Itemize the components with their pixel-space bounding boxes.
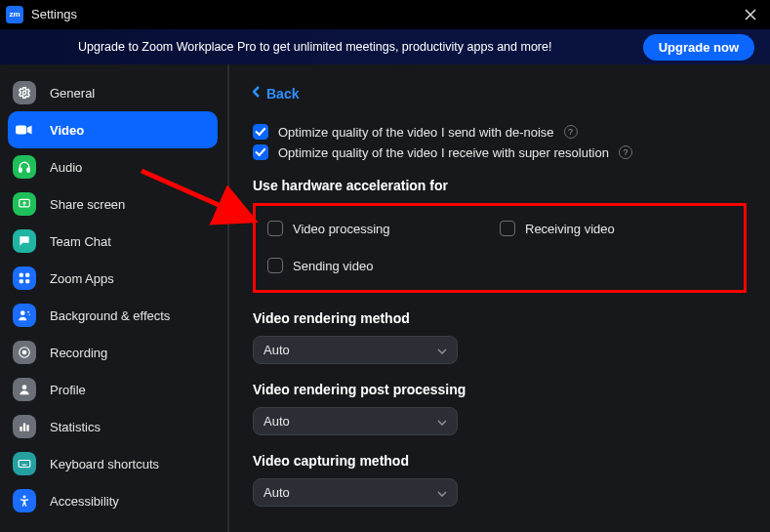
sidebar-item-label: Share screen [50,197,125,212]
hw-sending-label: Sending video [293,259,373,273]
sidebar-item-label: Zoom Apps [50,271,114,286]
optimize-send-label: Optimize quality of the video I send wit… [278,125,554,140]
capture-method-select[interactable]: Auto [253,478,458,507]
hw-receiving-checkbox[interactable] [500,221,515,236]
upgrade-button[interactable]: Upgrade now [643,34,754,61]
svg-rect-16 [23,424,25,431]
post-processing-select[interactable]: Auto [253,407,458,435]
chevron-down-icon [437,343,447,357]
sidebar-item-accessibility[interactable]: Accessibility [8,482,218,519]
hw-accel-header: Use hardware acceleration for [253,178,747,193]
help-icon[interactable]: ? [564,125,578,139]
sidebar-item-label: Accessibility [50,494,119,509]
apps-icon [13,266,36,290]
sidebar-item-label: Keyboard shortcuts [50,457,159,471]
svg-point-9 [20,310,25,315]
svg-rect-7 [20,279,23,283]
capture-method-value: Auto [263,485,290,500]
svg-rect-8 [25,279,29,283]
sidebar-item-recording[interactable]: Recording [8,334,218,371]
hw-accel-highlight: Video processing Receiving video Sending… [253,203,747,293]
sidebar-item-label: Statistics [50,420,101,434]
svg-rect-1 [16,126,26,135]
hw-video-processing-checkbox[interactable] [267,221,283,236]
sidebar-item-profile[interactable]: Profile [8,371,218,408]
hw-sending-checkbox[interactable] [267,258,283,273]
sidebar-item-label: Video [50,123,84,138]
hw-receiving-label: Receiving video [525,222,615,236]
sidebar-item-statistics[interactable]: Statistics [8,408,218,445]
sidebar-item-background[interactable]: Background & effects [8,297,218,334]
sidebar-item-label: Audio [50,160,82,175]
titlebar: zm Settings [0,0,770,29]
keyboard-icon [13,452,36,475]
svg-rect-18 [19,461,30,468]
sidebar-item-label: General [50,86,95,101]
svg-rect-17 [26,425,28,430]
close-button[interactable] [731,0,770,29]
rendering-method-header: Video rendering method [253,310,747,326]
post-processing-header: Video rendering post processing [253,382,747,397]
sidebar-item-general[interactable]: General [8,74,218,111]
sidebar-item-share-screen[interactable]: Share screen [8,185,218,223]
sidebar-item-keyboard[interactable]: Keyboard shortcuts [8,445,218,482]
optimize-receive-label: Optimize quality of the video I receive … [278,145,609,160]
sidebar-item-zoom-apps[interactable]: Zoom Apps [8,260,218,297]
body: General Video Audio Share screen Team Ch [0,64,770,532]
camera-icon [13,118,36,142]
settings-content: Back Optimize quality of the video I sen… [229,64,770,532]
hw-receiving-row: Receiving video [500,221,732,236]
headphones-icon [13,155,36,179]
chevron-down-icon [437,485,447,500]
svg-point-19 [23,495,26,498]
upgrade-banner: Upgrade to Zoom Workplace Pro to get unl… [0,29,770,64]
back-button[interactable]: Back [253,86,299,102]
svg-rect-3 [27,168,29,172]
optimize-send-checkbox[interactable] [253,124,268,140]
svg-point-0 [22,91,26,95]
gear-icon [13,81,36,104]
sidebar: General Video Audio Share screen Team Ch [0,64,229,532]
accessibility-icon [13,489,36,512]
zoom-app-icon: zm [6,6,23,23]
sidebar-item-label: Team Chat [50,234,111,249]
svg-point-10 [27,311,29,313]
upgrade-text: Upgrade to Zoom Workplace Pro to get unl… [78,40,551,54]
svg-rect-15 [20,427,21,431]
svg-rect-5 [20,273,23,277]
sidebar-item-label: Recording [50,346,107,360]
rendering-method-value: Auto [263,343,290,357]
chat-icon [13,229,36,253]
back-label: Back [266,86,299,102]
svg-point-13 [22,350,27,355]
help-icon[interactable]: ? [619,145,632,159]
svg-rect-6 [25,273,29,277]
sidebar-item-team-chat[interactable]: Team Chat [8,223,218,260]
profile-icon [13,378,36,401]
hw-video-processing-row: Video processing [267,221,500,236]
svg-point-11 [29,314,30,315]
capture-method-header: Video capturing method [253,453,747,469]
close-icon [745,9,756,20]
optimize-receive-checkbox[interactable] [253,144,268,160]
hw-sending-row: Sending video [267,258,500,273]
hw-video-processing-label: Video processing [293,222,390,236]
post-processing-value: Auto [263,414,290,429]
sidebar-item-label: Profile [50,383,86,397]
svg-point-14 [22,385,27,389]
chevron-left-icon [253,85,261,101]
optimize-send-row: Optimize quality of the video I send wit… [253,124,747,140]
sidebar-item-video[interactable]: Video [8,111,218,148]
chevron-down-icon [437,414,447,429]
window-title: Settings [31,7,77,21]
svg-rect-2 [20,168,21,172]
optimize-receive-row: Optimize quality of the video I receive … [253,144,747,160]
sidebar-item-audio[interactable]: Audio [8,148,218,185]
effects-icon [13,304,36,327]
share-icon [13,192,36,216]
record-icon [13,341,36,364]
sidebar-item-label: Background & effects [50,308,170,323]
rendering-method-select[interactable]: Auto [253,336,458,364]
stats-icon [13,415,36,438]
